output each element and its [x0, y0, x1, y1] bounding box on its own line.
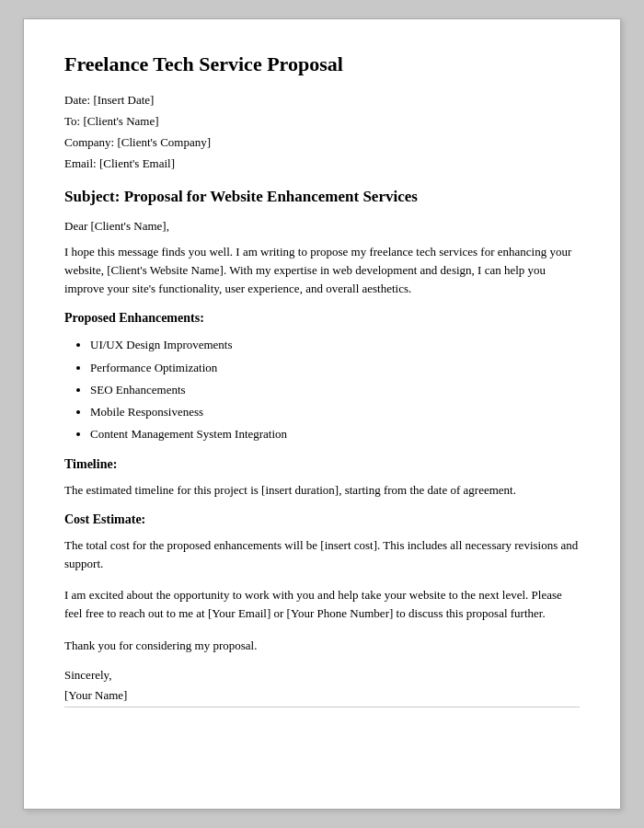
document-title: Freelance Tech Service Proposal	[64, 52, 580, 76]
signature: [Your Name]	[64, 688, 580, 707]
company-label: Company:	[64, 135, 117, 149]
list-item: SEO Enhancements	[90, 380, 580, 400]
list-item: UI/UX Design Improvements	[90, 335, 580, 355]
meta-email: Email: [Client's Email]	[64, 156, 580, 171]
intro-paragraph: I hope this message finds you well. I am…	[64, 243, 580, 298]
thank-you: Thank you for considering my proposal.	[64, 637, 580, 655]
cost-estimate-heading: Cost Estimate:	[64, 512, 580, 527]
closing-paragraph: I am excited about the opportunity to wo…	[64, 586, 580, 623]
list-item: Mobile Responsiveness	[90, 402, 580, 422]
list-item: Content Management System Integration	[90, 424, 580, 444]
meta-date: Date: [Insert Date]	[64, 93, 580, 108]
subject-line: Subject: Proposal for Website Enhancemen…	[64, 188, 580, 206]
greeting: Dear [Client's Name],	[64, 219, 580, 234]
to-label: To:	[64, 114, 83, 128]
date-value: [Insert Date]	[93, 93, 154, 107]
date-label: Date:	[64, 93, 93, 107]
enhancements-list: UI/UX Design Improvements Performance Op…	[90, 335, 580, 443]
company-value: [Client's Company]	[117, 135, 211, 149]
timeline-text: The estimated timeline for this project …	[64, 481, 580, 500]
document-container: Freelance Tech Service Proposal Date: [I…	[23, 18, 621, 810]
email-label: Email:	[64, 156, 99, 170]
list-item: Performance Optimization	[90, 358, 580, 378]
meta-company: Company: [Client's Company]	[64, 135, 580, 150]
timeline-heading: Timeline:	[64, 457, 580, 472]
proposed-enhancements-heading: Proposed Enhancements:	[64, 311, 580, 326]
meta-to: To: [Client's Name]	[64, 114, 580, 129]
sign-off: Sincerely,	[64, 668, 580, 683]
cost-estimate-text: The total cost for the proposed enhancem…	[64, 536, 580, 573]
to-value: [Client's Name]	[83, 114, 158, 128]
email-value: [Client's Email]	[99, 156, 175, 170]
